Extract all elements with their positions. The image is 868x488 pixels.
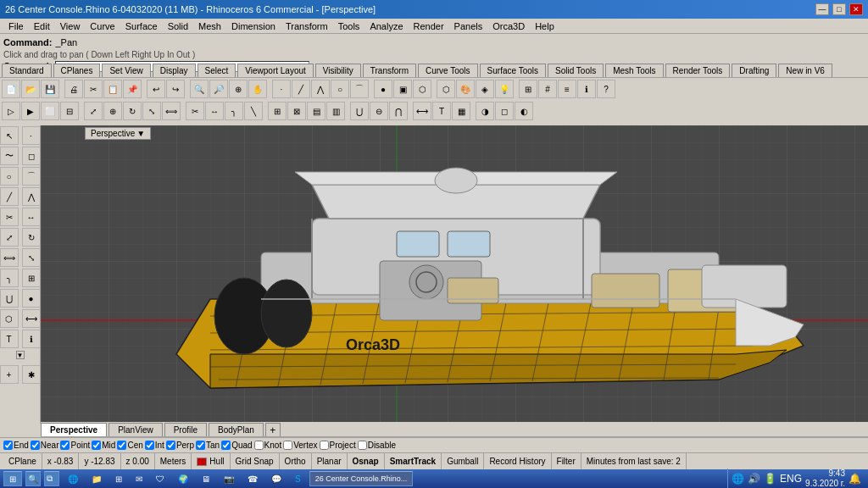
light-icon[interactable]: 💡 bbox=[495, 80, 514, 98]
properties-icon[interactable]: ℹ bbox=[577, 80, 596, 98]
tab-standard[interactable]: Standard bbox=[2, 64, 52, 77]
menu-view[interactable]: View bbox=[55, 20, 86, 32]
mesh-icon[interactable]: ⬡ bbox=[437, 80, 455, 98]
polyline-icon[interactable]: ⋀ bbox=[311, 80, 330, 98]
tab-solid-tools[interactable]: Solid Tools bbox=[548, 64, 604, 77]
tab-curve-tools[interactable]: Curve Tools bbox=[418, 64, 478, 77]
viewport-label[interactable]: Perspective ▼ bbox=[85, 127, 151, 140]
mesh-tool[interactable]: ⬡ bbox=[0, 309, 19, 328]
menu-curve[interactable]: Curve bbox=[85, 20, 120, 32]
view-shaded-icon[interactable]: ◑ bbox=[476, 102, 494, 120]
polyline-tool[interactable]: ⋀ bbox=[22, 187, 41, 206]
cut-icon[interactable]: ✂ bbox=[84, 80, 103, 98]
defender-icon[interactable]: 🛡 bbox=[151, 471, 170, 486]
menu-orca3d[interactable]: Orca3D bbox=[487, 20, 530, 32]
skype-icon[interactable]: S bbox=[290, 471, 306, 486]
text-tool[interactable]: T bbox=[0, 330, 19, 348]
sphere-icon[interactable]: ● bbox=[374, 80, 392, 98]
menu-panels[interactable]: Panels bbox=[449, 20, 488, 32]
mail-icon[interactable]: ✉ bbox=[131, 471, 147, 486]
camera-icon[interactable]: 📷 bbox=[219, 471, 239, 486]
phone-icon[interactable]: ☎ bbox=[242, 471, 263, 486]
tab-visibility[interactable]: Visibility bbox=[315, 64, 361, 77]
start-button[interactable]: ⊞ bbox=[3, 471, 22, 486]
surface-tool[interactable]: ◻ bbox=[22, 147, 41, 165]
undo-icon[interactable]: ↩ bbox=[147, 80, 165, 98]
menu-analyze[interactable]: Analyze bbox=[364, 20, 408, 32]
taskview-button[interactable]: ⧉ bbox=[44, 471, 59, 486]
smarttrack-button[interactable]: SmartTrack bbox=[385, 453, 442, 469]
tab-display[interactable]: Display bbox=[153, 64, 196, 77]
grid-icon[interactable]: # bbox=[538, 80, 557, 98]
paste-icon[interactable]: 📌 bbox=[123, 80, 142, 98]
join-tool[interactable]: ⊞ bbox=[22, 269, 41, 287]
menu-solid[interactable]: Solid bbox=[163, 20, 193, 32]
menu-tools[interactable]: Tools bbox=[333, 20, 365, 32]
tab-surface-tools[interactable]: Surface Tools bbox=[480, 64, 546, 77]
view-wire-icon[interactable]: ◻ bbox=[495, 102, 514, 120]
close-button[interactable]: ✕ bbox=[849, 3, 863, 15]
scale-icon[interactable]: ⤡ bbox=[142, 102, 161, 120]
scale-tool[interactable]: ⤡ bbox=[22, 248, 41, 267]
snap-point-checkbox[interactable] bbox=[60, 441, 70, 450]
tab-render-tools[interactable]: Render Tools bbox=[665, 64, 731, 77]
snap-disable-checkbox[interactable] bbox=[358, 441, 367, 450]
explode-icon[interactable]: ⊠ bbox=[287, 102, 306, 120]
deselect-icon[interactable]: ▶ bbox=[21, 102, 40, 120]
tab-new-in-v6[interactable]: New in V6 bbox=[778, 64, 832, 77]
viewport-area[interactable]: Orca3D bbox=[41, 125, 868, 424]
menu-file[interactable]: File bbox=[3, 20, 29, 32]
save-icon[interactable]: 💾 bbox=[41, 80, 59, 98]
zoom-all-icon[interactable]: ⊕ bbox=[229, 80, 248, 98]
viewport-dropdown-icon[interactable]: ▼ bbox=[136, 129, 145, 138]
zoom-in-icon[interactable]: 🔍 bbox=[190, 80, 209, 98]
analyze-tool[interactable]: ℹ bbox=[22, 330, 41, 348]
ortho-button[interactable]: Ortho bbox=[280, 453, 312, 469]
extra-tool2[interactable]: ✱ bbox=[22, 365, 41, 384]
tab-perspective[interactable]: Perspective bbox=[41, 423, 107, 436]
tab-bodyplan[interactable]: BodyPlan bbox=[209, 423, 264, 436]
grid-snap-button[interactable]: Grid Snap bbox=[231, 453, 280, 469]
osnap-button[interactable]: Osnap bbox=[348, 453, 385, 469]
crossing-icon[interactable]: ⊟ bbox=[60, 102, 79, 120]
snap-tan-checkbox[interactable] bbox=[196, 441, 205, 450]
maximize-button[interactable]: □ bbox=[832, 3, 846, 15]
menu-dimension[interactable]: Dimension bbox=[226, 20, 281, 32]
ungroup-icon[interactable]: ▥ bbox=[326, 102, 345, 120]
battery-icon[interactable]: 🔋 bbox=[764, 473, 776, 485]
snap-vertex-checkbox[interactable] bbox=[283, 441, 292, 450]
arc-icon[interactable]: ⌒ bbox=[350, 80, 369, 98]
tab-transform[interactable]: Transform bbox=[363, 64, 416, 77]
text-icon[interactable]: T bbox=[432, 102, 451, 120]
solid-tool[interactable]: ● bbox=[22, 289, 41, 308]
extend-icon[interactable]: ↔ bbox=[205, 102, 224, 120]
expand-tools[interactable]: ▼ bbox=[16, 351, 25, 359]
gumball-button[interactable]: Gumball bbox=[442, 453, 484, 469]
snap-knot-checkbox[interactable] bbox=[254, 441, 264, 450]
redo-icon[interactable]: ↪ bbox=[166, 80, 185, 98]
explorer-icon[interactable]: 📁 bbox=[86, 471, 107, 486]
menu-transform[interactable]: Transform bbox=[281, 20, 333, 32]
rotate-icon[interactable]: ↻ bbox=[123, 102, 142, 120]
rotate-tool[interactable]: ↻ bbox=[22, 228, 41, 247]
search-button[interactable]: 🔍 bbox=[25, 471, 41, 486]
volume-icon[interactable]: 🔊 bbox=[748, 473, 760, 485]
point-icon[interactable]: · bbox=[272, 80, 291, 98]
boolean-tool[interactable]: ⋃ bbox=[0, 289, 19, 308]
window-select-icon[interactable]: ⬜ bbox=[41, 102, 59, 120]
open-icon[interactable]: 📂 bbox=[21, 80, 40, 98]
dimension-icon[interactable]: ⟷ bbox=[413, 102, 431, 120]
minimize-button[interactable]: — bbox=[815, 3, 829, 15]
line-icon[interactable]: ╱ bbox=[292, 80, 310, 98]
boolean-int-icon[interactable]: ⋂ bbox=[389, 102, 408, 120]
snap-mid-checkbox[interactable] bbox=[92, 441, 101, 450]
mirror-tool[interactable]: ⟺ bbox=[0, 248, 19, 267]
pc-icon[interactable]: 🖥 bbox=[197, 471, 215, 486]
chrome-icon[interactable]: 🌍 bbox=[173, 471, 193, 486]
trim-icon[interactable]: ✂ bbox=[186, 102, 204, 120]
new-icon[interactable]: 📄 bbox=[2, 80, 20, 98]
circle-icon[interactable]: ○ bbox=[331, 80, 349, 98]
curve-tool[interactable]: 〜 bbox=[0, 147, 19, 165]
boolean-diff-icon[interactable]: ⊖ bbox=[370, 102, 388, 120]
filter-button[interactable]: Filter bbox=[552, 453, 581, 469]
